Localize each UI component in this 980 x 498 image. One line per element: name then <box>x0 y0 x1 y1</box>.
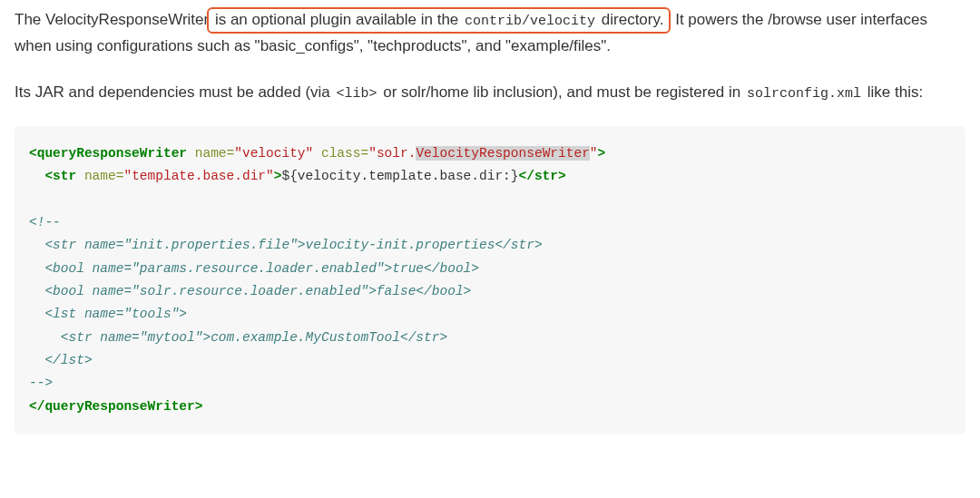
xml-comment-close: --> <box>29 376 53 390</box>
text-fragment: or solr/home lib inclusion), and must be… <box>379 83 745 101</box>
xml-attr-name: name= <box>76 169 123 183</box>
text-fragment: is an optional plugin available in the <box>211 11 463 28</box>
inline-code: solrconfig.xml <box>745 86 863 102</box>
xml-comment-line: <str name="mytool">com.example.MyCustomT… <box>29 330 447 345</box>
xml-comment-line: <bool name="params.resource.loader.enabl… <box>29 261 479 276</box>
indent <box>29 169 44 183</box>
xml-attr-val: "solr. <box>368 146 416 161</box>
text-fragment: directory. <box>597 11 663 28</box>
xml-attr-name: name= <box>187 146 234 161</box>
highlight-annotation: is an optional plugin available in the c… <box>207 7 671 34</box>
xml-tag: <queryResponseWriter <box>29 146 187 161</box>
xml-comment-open: <!-- <box>29 215 61 229</box>
xml-tag: > <box>598 146 606 161</box>
xml-tag: </queryResponseWriter> <box>29 399 202 414</box>
inline-code: <lib> <box>335 86 379 102</box>
inline-code: contrib/velocity <box>463 14 597 29</box>
text-fragment: like this: <box>863 83 923 101</box>
text-fragment: The VelocityResponseWriter <box>15 11 209 28</box>
xml-code-block: <queryResponseWriter name="velocity" cla… <box>15 126 965 435</box>
xml-comment-line: <str name="init.properties.file">velocit… <box>29 238 543 252</box>
text-fragment: Its JAR and dependencies must be added (… <box>15 83 335 101</box>
xml-comment-line: </lst> <box>29 353 93 367</box>
xml-attr-val-highlighted: VelocityResponseWriter <box>416 146 589 161</box>
xml-attr-val: " <box>590 146 598 161</box>
xml-attr-val: "velocity" <box>234 146 313 161</box>
xml-text: ${velocity.template.base.dir:} <box>281 169 518 183</box>
intro-paragraph-1: The VelocityResponseWriter is an optiona… <box>15 7 965 60</box>
xml-attr-val: "template.base.dir" <box>123 169 273 183</box>
xml-comment-line: <bool name="solr.resource.loader.enabled… <box>29 284 471 298</box>
xml-attr-name: class= <box>313 146 368 161</box>
intro-paragraph-2: Its JAR and dependencies must be added (… <box>15 80 965 106</box>
xml-tag: </str> <box>519 169 566 183</box>
xml-tag: <str <box>44 169 76 183</box>
xml-comment-line: <lst name="tools"> <box>29 307 187 321</box>
